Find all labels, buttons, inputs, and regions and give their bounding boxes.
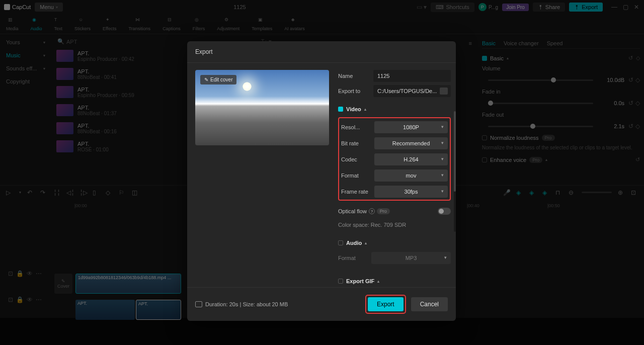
checkbox-icon[interactable] bbox=[338, 240, 343, 245]
codec-label: Codec bbox=[341, 156, 374, 162]
sun-icon bbox=[243, 82, 252, 91]
video-section-header[interactable]: Video ▴ bbox=[338, 106, 451, 112]
modal-scrollbar[interactable] bbox=[454, 111, 456, 232]
format-label: Format bbox=[341, 172, 374, 179]
audio-section-header[interactable]: Audio ▴ bbox=[338, 240, 451, 246]
export-button-highlight: Export bbox=[365, 295, 406, 314]
export-modal: Export ✎ Edit cover Name Export to bbox=[187, 41, 456, 321]
colorspace-info: Color space: Rec. 709 SDR bbox=[338, 222, 451, 228]
pro-badge: Pro bbox=[377, 208, 390, 214]
modal-export-button[interactable]: Export bbox=[368, 297, 404, 311]
video-settings-highlight: Resol... 1080P Bit rate Recommended Code… bbox=[338, 117, 451, 201]
edit-cover-button[interactable]: ✎ Edit cover bbox=[200, 75, 236, 84]
audio-format-label: Format bbox=[338, 255, 371, 261]
gif-section-header[interactable]: Export GIF ▴ bbox=[338, 278, 451, 284]
optical-label: Optical flow bbox=[338, 208, 367, 214]
optical-toggle[interactable] bbox=[438, 208, 451, 215]
framerate-label: Frame rate bbox=[341, 189, 374, 195]
checkbox-icon[interactable] bbox=[338, 107, 343, 112]
codec-select[interactable]: H.264 bbox=[374, 153, 448, 165]
modal-title: Export bbox=[187, 41, 456, 63]
name-input[interactable] bbox=[373, 70, 451, 82]
modal-cancel-button[interactable]: Cancel bbox=[411, 297, 448, 311]
film-icon bbox=[195, 301, 202, 307]
pencil-icon: ✎ bbox=[204, 77, 208, 82]
exportto-input[interactable] bbox=[373, 85, 451, 97]
exportto-label: Export to bbox=[338, 88, 369, 94]
help-icon[interactable]: ? bbox=[369, 208, 375, 214]
resolution-label: Resol... bbox=[341, 124, 374, 130]
framerate-select[interactable]: 30fps bbox=[374, 186, 448, 198]
folder-icon[interactable] bbox=[440, 88, 448, 95]
duration-info: Duration: 20s | Size: about 20 MB bbox=[195, 301, 288, 307]
name-label: Name bbox=[338, 73, 369, 79]
bitrate-select[interactable]: Recommended bbox=[374, 137, 448, 149]
resolution-select[interactable]: 1080P bbox=[374, 121, 448, 133]
format-select[interactable]: mov bbox=[374, 169, 448, 182]
checkbox-icon[interactable] bbox=[338, 279, 343, 284]
preview-thumbnail: ✎ Edit cover bbox=[195, 70, 329, 145]
audio-format-select: MP3 bbox=[371, 252, 451, 264]
bitrate-label: Bit rate bbox=[341, 140, 374, 146]
